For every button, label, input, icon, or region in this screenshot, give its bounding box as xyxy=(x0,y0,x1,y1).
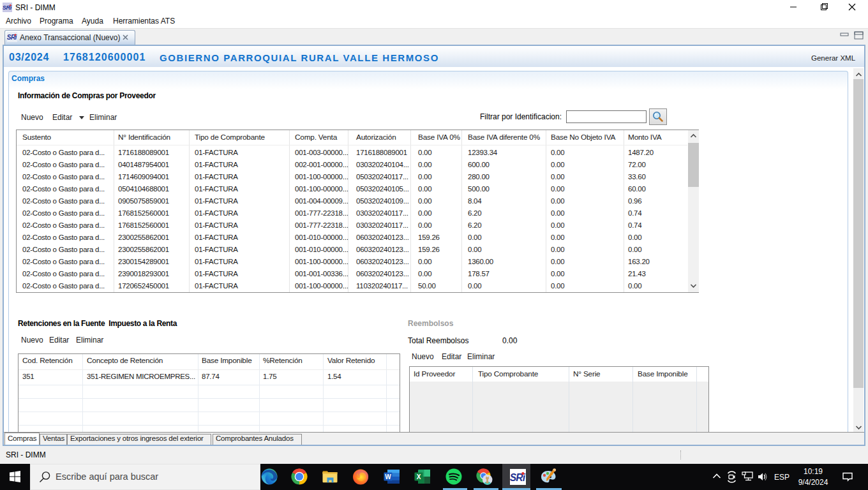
svg-text:X: X xyxy=(417,473,421,480)
svg-text:W: W xyxy=(385,473,391,480)
